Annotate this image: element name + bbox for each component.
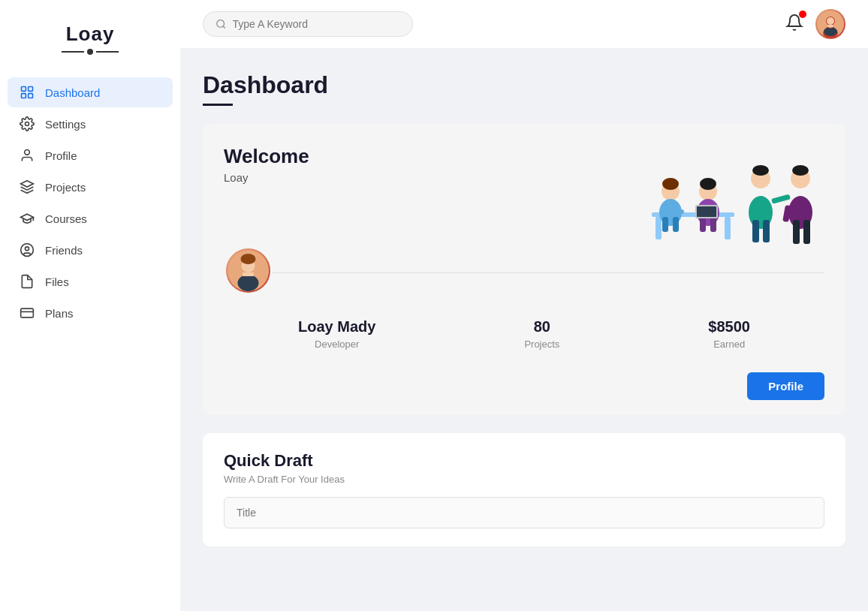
sidebar-label-files: Files bbox=[45, 275, 69, 288]
sidebar-item-courses[interactable]: Courses bbox=[8, 203, 173, 233]
stat-name-value: Loay Mady bbox=[298, 318, 375, 336]
notification-badge bbox=[799, 11, 806, 18]
main-area: Dashboard Welcome Loay bbox=[180, 0, 868, 611]
stat-projects-label: Projects bbox=[524, 339, 559, 350]
avatar-image bbox=[817, 11, 844, 38]
team-svg bbox=[629, 145, 824, 257]
svg-rect-19 bbox=[656, 217, 662, 239]
svg-rect-41 bbox=[803, 220, 810, 244]
projects-icon bbox=[20, 179, 35, 194]
profile-icon bbox=[20, 148, 35, 163]
welcome-footer: Profile bbox=[203, 365, 845, 415]
dashboard-icon bbox=[20, 85, 35, 100]
draft-title-input[interactable] bbox=[224, 497, 824, 528]
team-illustration bbox=[629, 145, 824, 257]
sidebar-label-plans: Plans bbox=[45, 307, 74, 320]
sidebar-item-settings[interactable]: Settings bbox=[8, 109, 173, 139]
welcome-avatar bbox=[224, 246, 273, 295]
app-name: Loay bbox=[66, 23, 115, 46]
svg-point-52 bbox=[241, 254, 256, 264]
sidebar-label-profile: Profile bbox=[45, 149, 77, 162]
quick-draft-subtitle: Write A Draft For Your Ideas bbox=[224, 474, 824, 485]
quick-draft-card: Quick Draft Write A Draft For Your Ideas bbox=[203, 433, 845, 546]
sidebar-item-projects[interactable]: Projects bbox=[8, 172, 173, 202]
svg-rect-40 bbox=[793, 220, 800, 244]
sidebar-label-settings: Settings bbox=[45, 118, 86, 131]
sidebar-item-profile[interactable]: Profile bbox=[8, 140, 173, 170]
svg-point-4 bbox=[26, 122, 29, 126]
stat-name: Loay Mady Developer bbox=[298, 318, 375, 350]
stat-name-label: Developer bbox=[298, 339, 375, 350]
svg-rect-17 bbox=[827, 25, 833, 28]
sidebar-logo: Loay bbox=[0, 15, 180, 70]
sidebar-label-courses: Courses bbox=[45, 212, 87, 225]
svg-rect-35 bbox=[752, 220, 759, 242]
stat-earned-value: $8500 bbox=[708, 318, 750, 336]
logo-line-left bbox=[62, 51, 84, 53]
svg-rect-51 bbox=[243, 272, 254, 276]
svg-point-46 bbox=[792, 165, 809, 176]
stat-earned: $8500 Earned bbox=[708, 318, 750, 350]
svg-rect-29 bbox=[700, 217, 706, 232]
profile-button[interactable]: Profile bbox=[747, 372, 824, 400]
welcome-username: Loay bbox=[224, 171, 309, 184]
search-bar[interactable] bbox=[203, 11, 413, 37]
sidebar-item-plans[interactable]: Plans bbox=[8, 298, 173, 328]
svg-rect-3 bbox=[29, 94, 33, 98]
svg-rect-26 bbox=[671, 209, 684, 214]
search-icon bbox=[215, 18, 227, 30]
sidebar-item-files[interactable]: Files bbox=[8, 266, 173, 296]
welcome-avatar-image bbox=[228, 250, 269, 291]
quick-draft-title: Quick Draft bbox=[224, 451, 824, 471]
content-area: Dashboard Welcome Loay bbox=[180, 49, 868, 611]
svg-rect-23 bbox=[662, 217, 668, 232]
svg-line-11 bbox=[223, 26, 225, 29]
svg-rect-20 bbox=[725, 217, 731, 239]
stat-projects: 80 Projects bbox=[524, 318, 559, 350]
svg-rect-0 bbox=[22, 87, 26, 92]
sidebar: Loay Dashboard Settings Profile Projects bbox=[0, 0, 180, 611]
welcome-divider bbox=[224, 272, 824, 273]
settings-icon bbox=[20, 116, 35, 131]
welcome-heading: Welcome bbox=[224, 145, 309, 168]
svg-rect-1 bbox=[29, 87, 33, 92]
sidebar-label-dashboard: Dashboard bbox=[45, 86, 100, 99]
notification-button[interactable] bbox=[785, 14, 803, 35]
search-input[interactable] bbox=[233, 18, 400, 30]
logo-divider bbox=[62, 49, 119, 55]
sidebar-label-friends: Friends bbox=[45, 244, 83, 257]
svg-point-5 bbox=[25, 150, 30, 155]
welcome-card: Welcome Loay bbox=[203, 124, 845, 415]
svg-point-15 bbox=[827, 17, 834, 25]
sidebar-item-dashboard[interactable]: Dashboard bbox=[8, 77, 173, 107]
svg-point-44 bbox=[700, 178, 716, 190]
svg-point-43 bbox=[662, 178, 679, 190]
svg-rect-24 bbox=[673, 217, 679, 232]
page-title-underline bbox=[203, 104, 233, 106]
welcome-text: Welcome Loay bbox=[224, 145, 309, 184]
header bbox=[180, 0, 868, 49]
svg-rect-8 bbox=[21, 309, 34, 318]
svg-point-45 bbox=[752, 165, 769, 176]
avatar[interactable] bbox=[815, 9, 845, 39]
svg-rect-37 bbox=[771, 194, 791, 204]
courses-icon bbox=[20, 211, 35, 226]
logo-line-right bbox=[96, 51, 119, 53]
svg-rect-36 bbox=[763, 220, 770, 242]
welcome-stats: Loay Mady Developer 80 Projects $8500 Ea… bbox=[203, 296, 845, 365]
files-icon bbox=[20, 274, 35, 289]
welcome-top: Welcome Loay bbox=[203, 124, 845, 272]
svg-rect-32 bbox=[697, 206, 716, 217]
sidebar-item-friends[interactable]: Friends bbox=[8, 235, 173, 265]
plans-icon bbox=[20, 306, 35, 321]
header-right bbox=[785, 9, 845, 39]
stat-projects-value: 80 bbox=[524, 318, 559, 336]
sidebar-nav: Dashboard Settings Profile Projects Cour… bbox=[0, 70, 180, 336]
friends-icon bbox=[20, 242, 35, 257]
svg-rect-2 bbox=[22, 94, 26, 98]
page-title: Dashboard bbox=[203, 71, 845, 99]
svg-point-10 bbox=[217, 20, 225, 28]
svg-rect-30 bbox=[710, 217, 716, 232]
svg-point-7 bbox=[26, 247, 29, 251]
sidebar-label-projects: Projects bbox=[45, 181, 86, 194]
